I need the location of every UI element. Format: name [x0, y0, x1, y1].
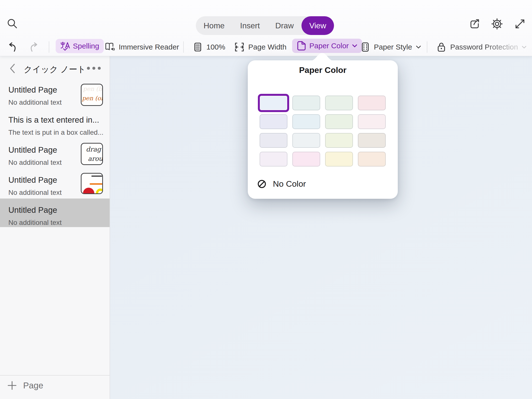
top-toolbar: Home Insert Draw View — [0, 0, 532, 56]
immersive-reader-button[interactable]: Immersive Reader — [104, 38, 179, 56]
paper-color-swatch[interactable] — [325, 96, 353, 110]
section-more-button[interactable] — [86, 66, 102, 71]
no-color-option[interactable]: No Color — [257, 179, 306, 189]
chevron-down-icon — [521, 45, 527, 49]
paper-color-swatch[interactable] — [292, 114, 320, 129]
page-title: Untitled Page — [8, 205, 107, 215]
paper-color-icon — [297, 40, 306, 51]
page-width-label: Page Width — [248, 43, 286, 51]
spelling-icon — [60, 41, 70, 51]
notebook-section-title: クイック ノート — [24, 64, 86, 75]
page-subtitle: The text is put in a box called... — [8, 129, 107, 136]
page-width-button[interactable]: Page Width — [234, 38, 286, 56]
ribbon-tabs: Home Insert Draw View — [196, 16, 334, 35]
onenote-app: Home Insert Draw View — [0, 0, 532, 399]
spelling-label: Spelling — [73, 42, 99, 50]
sidebar-header: クイック ノート — [0, 56, 110, 81]
password-protection-label: Password Protection — [450, 43, 518, 51]
immersive-reader-label: Immersive Reader — [119, 43, 179, 51]
paper-color-label: Paper Color — [309, 42, 349, 50]
page-title: This is a text entered in... — [8, 115, 107, 125]
page-subtitle: No additional text — [8, 219, 107, 227]
paper-color-swatch[interactable] — [325, 114, 353, 129]
fullscreen-button[interactable] — [514, 18, 526, 30]
page-title: Untitled Page — [8, 175, 77, 185]
tab-insert[interactable]: Insert — [232, 16, 267, 35]
paper-color-swatch[interactable] — [260, 133, 287, 148]
page-list-item-selected[interactable]: Untitled Page No additional text — [8, 201, 107, 232]
search-icon — [7, 18, 18, 29]
page-subtitle: No additional text — [8, 189, 77, 197]
share-button[interactable] — [469, 18, 481, 30]
gear-icon — [491, 18, 503, 30]
settings-button[interactable] — [491, 17, 503, 30]
ellipsis-icon — [86, 66, 101, 70]
spelling-button[interactable]: Spelling — [56, 39, 104, 53]
toolbar-divider — [427, 41, 427, 53]
paper-color-swatch[interactable] — [260, 152, 287, 166]
add-page-button[interactable]: Page — [7, 381, 43, 390]
tab-home[interactable]: Home — [196, 16, 232, 35]
page-thumbnail — [81, 173, 103, 194]
page-title: Untitled Page — [8, 85, 77, 95]
page-thumbnail: drag arou — [81, 143, 103, 165]
paper-color-swatch[interactable] — [292, 96, 320, 110]
svg-text:drag: drag — [86, 146, 102, 153]
page-subtitle: No additional text — [8, 159, 77, 166]
paper-color-swatch[interactable] — [358, 114, 386, 129]
lock-icon — [436, 41, 447, 53]
no-color-icon — [257, 179, 266, 189]
expand-icon — [514, 18, 526, 30]
svg-text:pen (bl: pen (bl — [83, 85, 102, 92]
paper-color-swatch[interactable] — [292, 152, 320, 166]
tab-draw[interactable]: Draw — [267, 16, 301, 35]
page-width-icon — [234, 42, 245, 52]
chevron-down-icon — [416, 45, 421, 49]
tab-view[interactable]: View — [301, 16, 334, 35]
undo-icon — [7, 42, 18, 53]
paper-color-swatch[interactable] — [325, 152, 353, 166]
zoom-document-icon — [193, 42, 203, 52]
page-subtitle: No additional text — [8, 99, 77, 106]
paper-color-swatch[interactable] — [292, 133, 320, 148]
paper-color-button[interactable]: Paper Color — [292, 39, 362, 53]
paper-color-popup: Paper Color No Color — [248, 60, 398, 199]
toolbar-divider — [183, 41, 184, 53]
sidebar-divider — [0, 375, 110, 376]
plus-icon — [7, 381, 17, 390]
paper-style-icon — [360, 42, 370, 52]
svg-text:arou: arou — [88, 155, 102, 162]
paper-style-button[interactable]: Paper Style — [360, 38, 421, 56]
search-button[interactable] — [6, 18, 18, 30]
chevron-down-icon — [352, 44, 358, 48]
undo-button[interactable] — [6, 41, 18, 53]
popup-title: Paper Color — [248, 65, 398, 75]
paper-color-swatch[interactable] — [358, 96, 386, 110]
paper-color-swatch[interactable] — [358, 133, 386, 148]
page-list-item[interactable]: This is a text entered in... The text is… — [8, 111, 107, 141]
paper-color-swatch[interactable] — [325, 133, 353, 148]
redo-icon — [29, 42, 39, 53]
page-list-sidebar: クイック ノート Untitled Page No additional tex… — [0, 56, 110, 399]
share-icon — [469, 18, 481, 30]
page-title: Untitled Page — [8, 145, 77, 155]
toolbar-divider — [49, 41, 49, 53]
popup-caret — [311, 53, 333, 61]
svg-text:pen (ora: pen (ora — [82, 95, 102, 102]
redo-button[interactable] — [28, 41, 40, 53]
no-color-label: No Color — [273, 179, 306, 189]
paper-color-swatch[interactable] — [260, 114, 287, 129]
back-button[interactable] — [9, 63, 16, 74]
chevron-left-icon — [9, 63, 16, 74]
zoom-label: 100% — [206, 43, 225, 51]
paper-color-swatch[interactable] — [358, 152, 386, 166]
paper-style-label: Paper Style — [374, 43, 412, 51]
add-page-label: Page — [23, 381, 43, 390]
immersive-reader-icon — [104, 42, 115, 52]
password-protection-button[interactable]: Password Protection — [436, 38, 527, 56]
page-thumbnail: pen (bl pen (ora — [81, 84, 103, 106]
zoom-button[interactable]: 100% — [193, 38, 225, 56]
paper-color-swatch[interactable] — [258, 94, 289, 112]
